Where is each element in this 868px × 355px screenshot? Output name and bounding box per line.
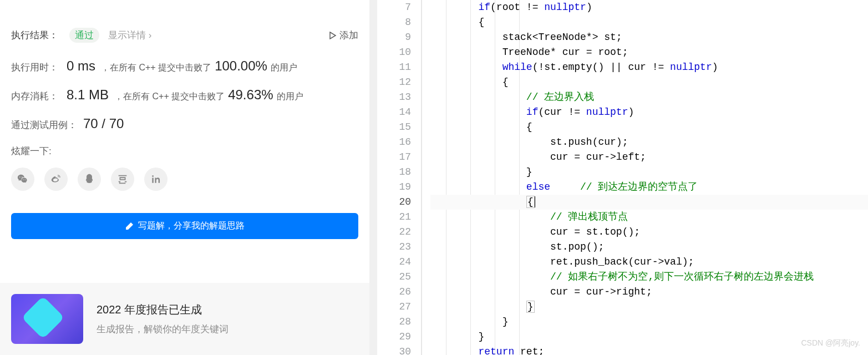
pencil-icon — [125, 222, 134, 231]
report-title: 2022 年度报告已生成 — [97, 302, 229, 317]
wechat-icon[interactable] — [11, 168, 34, 191]
code-line[interactable]: while(!st.empty() || cur != nullptr) — [430, 60, 868, 75]
code-line[interactable]: st.push(cur); — [430, 135, 868, 150]
memory-row: 内存消耗： 8.1 MB ，在所有 C++ 提交中击败了 49.63% 的用户 — [11, 87, 358, 103]
qq-icon[interactable] — [78, 168, 101, 191]
result-header: 执行结果： 通过 显示详情 › 添加 — [11, 28, 358, 43]
code-line[interactable]: TreeNode* cur = root; — [430, 45, 868, 60]
exec-time-value: 0 ms — [67, 58, 95, 74]
exec-time-row: 执行用时： 0 ms ，在所有 C++ 提交中击败了 100.00% 的用户 — [11, 58, 358, 74]
douban-icon[interactable] — [111, 168, 134, 191]
exec-time-percent: 100.00% — [215, 58, 267, 74]
show-detail-link[interactable]: 显示详情 › — [108, 29, 151, 42]
memory-value: 8.1 MB — [67, 87, 109, 103]
code-line[interactable]: ret.push_back(cur->val); — [430, 255, 868, 270]
line-gutter: 7891011121314151617181920212223242526272… — [377, 0, 422, 355]
code-line[interactable]: stack<TreeNode*> st; — [430, 30, 868, 45]
write-solution-button[interactable]: 写题解，分享我的解题思路 — [11, 213, 358, 239]
code-line[interactable]: { — [430, 15, 868, 30]
linkedin-icon[interactable] — [144, 168, 167, 191]
add-note-button[interactable]: 添加 — [329, 29, 358, 42]
code-line[interactable]: cur = st.top(); — [430, 225, 868, 240]
play-icon — [329, 32, 337, 39]
memory-percent: 49.63% — [228, 87, 273, 103]
status-badge: 通过 — [69, 28, 99, 43]
code-line[interactable]: { — [430, 120, 868, 135]
watermark: CSDN @阿亮joy. — [801, 336, 860, 351]
code-line[interactable]: cur = cur->right; — [430, 285, 868, 300]
code-area[interactable]: if(root != nullptr) { stack<TreeNode*> s… — [422, 0, 868, 355]
code-line[interactable]: } — [430, 315, 868, 329]
annual-report-banner[interactable]: 2022 年度报告已生成 生成报告，解锁你的年度关键词 — [0, 283, 369, 355]
code-line[interactable]: } — [430, 165, 868, 180]
code-line[interactable]: else // 到达左边界的空节点了 — [430, 180, 868, 195]
code-line[interactable]: if(root != nullptr) — [430, 0, 868, 15]
result-panel: 执行结果： 通过 显示详情 › 添加 执行用时： 0 ms ，在所有 C++ 提… — [0, 0, 377, 355]
report-image — [11, 294, 83, 344]
result-label: 执行结果： — [11, 29, 58, 42]
code-line[interactable]: // 弹出栈顶节点 — [430, 210, 868, 225]
code-line[interactable]: // 左边界入栈 — [430, 90, 868, 105]
code-line[interactable]: { — [430, 195, 868, 210]
weibo-icon[interactable] — [44, 168, 68, 191]
share-icons — [11, 168, 358, 191]
code-editor[interactable]: 7891011121314151617181920212223242526272… — [377, 0, 868, 355]
test-cases-value: 70 / 70 — [83, 116, 124, 131]
code-line[interactable]: if(cur != nullptr) — [430, 105, 868, 120]
code-line[interactable]: { — [430, 75, 868, 90]
code-line[interactable]: } — [430, 300, 868, 315]
report-subtitle: 生成报告，解锁你的年度关键词 — [97, 323, 229, 336]
code-line[interactable]: cur = cur->left; — [430, 150, 868, 165]
share-label: 炫耀一下: — [11, 145, 358, 158]
code-line[interactable]: // 如果右子树不为空,则下一次循环右子树的左边界会进栈 — [430, 270, 868, 285]
code-line[interactable]: st.pop(); — [430, 240, 868, 255]
test-cases-row: 通过测试用例： 70 / 70 — [11, 116, 358, 131]
